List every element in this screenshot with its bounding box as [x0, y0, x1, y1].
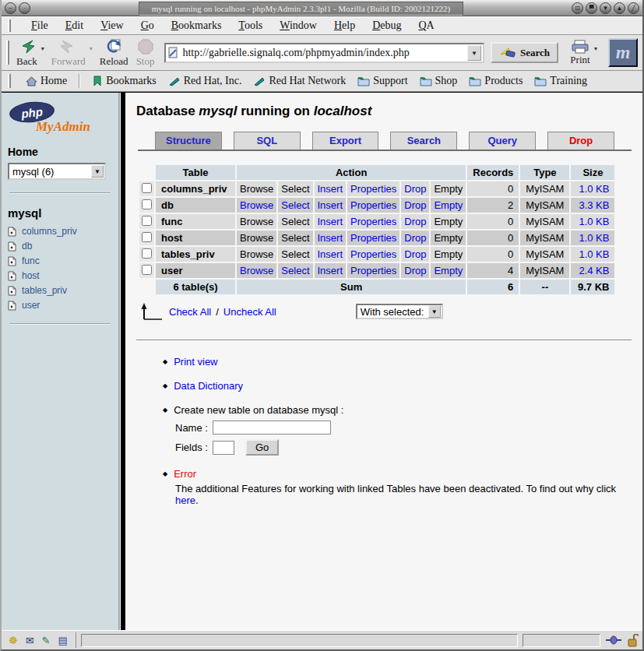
reload-button[interactable]: Reload: [96, 37, 132, 69]
action-properties[interactable]: Properties: [347, 263, 399, 278]
back-dropdown-icon[interactable]: ▾: [41, 45, 44, 52]
title-bar[interactable]: − · mysql running on localhost - phpMyAd…: [2, 0, 642, 16]
go-button[interactable]: Go: [245, 439, 279, 456]
chevron-down-icon[interactable]: ▼: [428, 305, 441, 318]
tab-export[interactable]: Export: [312, 132, 379, 150]
url-dropdown-icon[interactable]: ▼: [467, 45, 481, 61]
sidebar-item-user[interactable]: user: [8, 300, 112, 311]
window-close-icon[interactable]: −: [5, 2, 16, 14]
tab-sql[interactable]: SQL: [234, 132, 301, 150]
navigator-icon[interactable]: ☸: [9, 635, 18, 646]
bookmark-redhat-network[interactable]: Red Hat Network: [253, 75, 346, 87]
action-insert[interactable]: Insert: [315, 214, 347, 229]
sidebar-table-link[interactable]: func: [22, 255, 40, 266]
bookmark-redhat-inc[interactable]: Red Hat, Inc.: [168, 75, 242, 87]
action-drop[interactable]: Drop: [401, 230, 429, 245]
sidebar-item-columns_priv[interactable]: columns_priv: [8, 226, 112, 237]
action-drop[interactable]: Drop: [401, 181, 429, 196]
mail-icon[interactable]: ✉: [26, 635, 34, 646]
size-link[interactable]: 2.4 KB: [571, 263, 614, 278]
row-checkbox[interactable]: [142, 248, 152, 259]
action-insert[interactable]: Insert: [315, 247, 347, 262]
menu-view[interactable]: View: [100, 19, 124, 32]
print-button[interactable]: Print: [566, 39, 594, 67]
sidebar-item-tables_priv[interactable]: tables_priv: [8, 285, 112, 296]
forward-button[interactable]: Forward: [48, 37, 90, 69]
addressbook-icon[interactable]: ▤: [58, 635, 67, 646]
mozilla-logo-button[interactable]: m: [608, 38, 638, 67]
sidebar-table-link[interactable]: user: [22, 300, 40, 311]
url-input[interactable]: http://gabrielle.signalq.com/phpmyadmin/…: [182, 47, 466, 59]
personalbar-grippy[interactable]: [8, 74, 11, 88]
error-here-link[interactable]: here: [175, 494, 195, 506]
action-properties[interactable]: Properties: [347, 181, 399, 196]
action-drop[interactable]: Drop: [401, 247, 429, 262]
menu-window[interactable]: Window: [280, 19, 317, 32]
size-link[interactable]: 1.0 KB: [571, 214, 614, 229]
row-checkbox[interactable]: [142, 265, 152, 275]
chevron-down-icon[interactable]: ▼: [91, 165, 104, 178]
sidebar-item-host[interactable]: host: [8, 270, 112, 281]
window-raise-icon[interactable]: ▲: [614, 2, 625, 14]
bookmark-support[interactable]: Support: [357, 75, 407, 87]
action-select[interactable]: Select: [278, 263, 312, 278]
with-selected-select[interactable]: With selected: ▼: [356, 304, 443, 319]
bookmark-training[interactable]: Training: [534, 75, 587, 87]
sidebar-table-link[interactable]: host: [22, 270, 40, 281]
menu-debug[interactable]: Debug: [372, 19, 401, 32]
action-drop[interactable]: Drop: [401, 263, 429, 278]
bookmark-bookmarks[interactable]: Bookmarks: [92, 75, 157, 87]
print-dropdown-icon[interactable]: ▾: [594, 45, 597, 52]
sidebar-item-func[interactable]: func: [8, 255, 112, 266]
action-browse[interactable]: Browse: [237, 263, 276, 278]
uncheck-all-link[interactable]: Uncheck All: [223, 306, 276, 318]
database-select[interactable]: mysql (6) ▼: [8, 163, 106, 180]
action-drop[interactable]: Drop: [401, 214, 429, 229]
action-insert[interactable]: Insert: [315, 181, 347, 196]
menu-go[interactable]: Go: [141, 19, 154, 32]
action-empty[interactable]: Empty: [431, 263, 466, 278]
url-bar[interactable]: http://gabrielle.signalq.com/phpmyadmin/…: [164, 43, 484, 63]
bookmark-shop[interactable]: Shop: [420, 75, 458, 87]
size-link[interactable]: 3.3 KB: [571, 198, 614, 213]
menu-bookmarks[interactable]: Bookmarks: [171, 19, 222, 32]
sidebar-home-link[interactable]: Home: [8, 146, 112, 158]
action-properties[interactable]: Properties: [347, 230, 399, 245]
sidebar-table-link[interactable]: db: [22, 241, 32, 252]
row-checkbox[interactable]: [142, 216, 152, 226]
sidebar-item-db[interactable]: db: [8, 241, 112, 252]
menu-file[interactable]: File: [31, 19, 48, 32]
action-properties[interactable]: Properties: [347, 214, 399, 229]
action-properties[interactable]: Properties: [347, 198, 399, 213]
size-link[interactable]: 1.0 KB: [571, 230, 614, 245]
bookmark-products[interactable]: Products: [469, 75, 523, 87]
fields-count-input[interactable]: [213, 441, 234, 455]
action-insert[interactable]: Insert: [315, 198, 347, 213]
sidebar-table-link[interactable]: columns_priv: [22, 226, 77, 237]
forward-dropdown-icon[interactable]: ▾: [90, 45, 93, 52]
menu-edit[interactable]: Edit: [65, 19, 83, 32]
row-checkbox[interactable]: [142, 183, 152, 193]
action-insert[interactable]: Insert: [315, 230, 347, 245]
action-insert[interactable]: Insert: [315, 263, 347, 278]
action-select[interactable]: Select: [278, 198, 312, 213]
search-button[interactable]: Search: [491, 42, 558, 63]
row-checkbox[interactable]: [142, 232, 152, 242]
stop-button[interactable]: Stop: [132, 37, 159, 69]
window-maximize-icon[interactable]: ⊡: [572, 2, 583, 14]
online-plug-icon[interactable]: [605, 634, 622, 646]
size-link[interactable]: 1.0 KB: [571, 181, 614, 196]
tab-drop[interactable]: Drop: [547, 132, 614, 150]
security-lock-icon[interactable]: [627, 634, 639, 647]
tab-search[interactable]: Search: [390, 132, 457, 150]
window-menu-icon[interactable]: ·: [19, 2, 30, 14]
menu-tools[interactable]: Tools: [238, 19, 262, 32]
frame-border[interactable]: [120, 93, 125, 630]
phpmyadmin-logo[interactable]: php MyAdmin: [8, 100, 112, 138]
row-checkbox[interactable]: [142, 199, 152, 209]
tab-query[interactable]: Query: [469, 132, 536, 150]
window-lower-icon[interactable]: ▼: [600, 2, 611, 14]
data-dictionary-link[interactable]: Data Dictionary: [174, 380, 243, 392]
menu-qa[interactable]: QA: [418, 19, 434, 32]
menubar-grippy[interactable]: [8, 19, 11, 31]
